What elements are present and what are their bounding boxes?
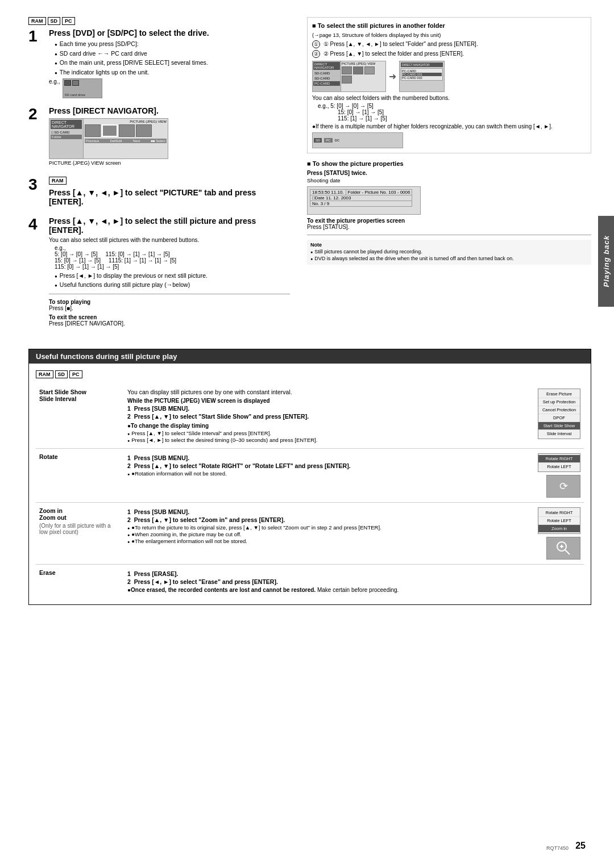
badge-pc: PC <box>62 17 75 25</box>
exit-screen-text: Press [DIRECT NAVIGATOR]. <box>49 320 290 327</box>
side-tab: Playing back <box>598 216 614 307</box>
useful-row-3: Zoom in Zoom out (Only for a still pictu… <box>36 503 584 565</box>
func-4-bullet: ●Once erased, the recorded contents are … <box>127 587 580 593</box>
props-title: ■ To show the picture properties <box>307 160 591 167</box>
props-sub: Shooting date <box>307 177 591 183</box>
props-table: 18:53:50 11.10. Folder - Picture No. 103… <box>310 189 412 207</box>
fn-thumb-1 <box>342 66 352 74</box>
func-desc-2: 1 Press [SUB MENU]. 2 Press [▲, ▼] to se… <box>124 449 534 503</box>
func-1-change-step2: Press [◄, ►] to select the desired timin… <box>127 437 531 443</box>
func-3-bullet-2: ●When zooming in, the picture may be cut… <box>127 531 531 537</box>
menu-item-protect: Set up Protection <box>538 398 580 406</box>
menu-item-3-rotate-right: Rotate RIGHT <box>538 509 580 517</box>
step-4-content: Press [▲, ▼, ◄, ►] to select the still p… <box>49 216 290 327</box>
folder-nav-right: PICTURE (JPEG) VIEW <box>341 61 385 91</box>
zoom-svg <box>555 540 572 557</box>
badge-ram: RAM <box>28 17 46 25</box>
step-3-badge: RAM <box>49 177 67 185</box>
nav-thumb-1 <box>85 124 101 137</box>
circle-2: ② <box>312 50 320 58</box>
func-4-step2: 2 Press [◄, ►] to select "Erase" and pre… <box>127 578 580 585</box>
func-screen-1: Erase Picture Set up Protection Cancel P… <box>534 384 584 449</box>
step-1-block: 1 Press [DVD] or [SD/PC] to select the d… <box>28 28 290 98</box>
nav-next: Next <box>133 139 140 143</box>
step-3-block: 3 RAM Press [▲, ▼, ◄, ►] to select "PICT… <box>28 177 290 208</box>
nav-delete: Del/Edit <box>110 139 122 143</box>
step-1-bullets: Each time you press [SD/PC]: SD card dri… <box>49 40 290 77</box>
useful-table: Start Slide Show Slide Interval You can … <box>36 384 584 598</box>
props-display: 18:53:50 11.10. Folder - Picture No. 103… <box>307 186 421 215</box>
exit-screen-title: To exit the screen <box>49 314 290 320</box>
folder-ex1: 5: [0] → [0] → [5] <box>330 103 374 109</box>
menu-popup-3: Rotate RIGHT Rotate LEFT Zoom in <box>538 507 580 534</box>
func-name-3: Zoom in Zoom out (Only for a still pictu… <box>36 503 124 565</box>
func-screen-3: Rotate RIGHT Rotate LEFT Zoom in <box>534 503 584 565</box>
props-date: □Date 11. 12. 2003 <box>310 195 412 201</box>
props-exit-text: Press [STATUS]. <box>307 224 591 230</box>
folder-title: ■ To select the still pictures in anothe… <box>312 22 586 29</box>
props-folder: Folder - Picture No. 103 - 0006 <box>346 190 412 195</box>
ss-row3: PC-CARD 002 <box>402 76 442 80</box>
circle-1: ① <box>312 40 320 48</box>
ex5: 1115: [1] → [1] → [1] → [5] <box>109 257 176 264</box>
top-section: RAM SD PC 1 Press [DVD] or [SD/PC] to se… <box>28 17 591 335</box>
step-3-number: 3 <box>28 177 38 193</box>
step-4-bullets: Press [◄, ►] to display the previous or … <box>49 272 290 289</box>
step-1-bullet-2: SD card drive ←→ PC card drive <box>55 49 290 58</box>
func-2-step1: 1 Press [SUB MENU]. <box>127 454 531 461</box>
nav-thumb-4 <box>136 124 152 137</box>
bsm-label3: DC <box>335 139 340 142</box>
menu-item-rotate-left: Rotate LEFT <box>538 463 580 470</box>
note-title: Note <box>310 242 588 248</box>
step-4-examples: e.g., 5: [0] → [0] → [5] 115: [0] → [1] … <box>55 245 290 270</box>
menu-item-erase: Erase Picture <box>538 390 580 398</box>
nav-thumb-2 <box>102 124 118 137</box>
folder-nav-screen: DIRECT NAVIGATOR SD-CARD SD-CARD PC-CARD… <box>312 61 386 92</box>
fn-thumb-3 <box>364 66 375 74</box>
func-desc-1: You can display still pictures one by on… <box>124 384 534 449</box>
step-4-number: 4 <box>28 216 38 232</box>
stop-playing: To stop playing Press [■]. <box>49 299 290 311</box>
menu-popup-1: Erase Picture Set up Protection Cancel P… <box>538 389 580 439</box>
func-3-bullet-1: ●To return the picture to its original s… <box>127 524 531 531</box>
screen-label: PICTURE (JPEG) VIEW screen <box>49 160 290 166</box>
func-name-2: Rotate <box>36 449 124 503</box>
func-desc-4: 1 Press [ERASE]. 2 Press [◄, ►] to selec… <box>124 565 584 598</box>
useful-section: Useful functions during still picture pl… <box>28 349 591 605</box>
step-2-title: Press [DIRECT NAVIGATOR]. <box>49 106 290 115</box>
step-1-bullet-1: Each time you press [SD/PC]: <box>55 40 290 48</box>
folder-desc: (→page 13, Structure of folders displaye… <box>312 32 586 38</box>
useful-badge-pc: PC <box>69 370 82 378</box>
func-name-3-sub: (Only for a still picture with a low pix… <box>39 523 121 535</box>
step-1-bullet-3: On the main unit, press [DRIVE SELECT] s… <box>55 59 290 67</box>
nav-folder-tab: Folder <box>51 135 82 139</box>
folder-ex2: 15: [0] → [1] → [5] <box>338 109 384 115</box>
page-wrapper: Playing back RAM SD PC 1 Press [DVD] or … <box>0 0 614 868</box>
func-1-step2: 2 Press [▲, ▼] to select "Start Slide Sh… <box>127 413 531 420</box>
useful-badge-sd: SD <box>55 370 68 378</box>
menu-item-interval: Slide Interval <box>538 430 580 437</box>
eg-label: e.g., <box>55 245 65 251</box>
fn-right-label: PICTURE (JPEG) VIEW <box>342 62 385 65</box>
ex2: 15: [0] → [1] → [5] <box>55 257 101 264</box>
useful-badge-ram: RAM <box>36 370 53 378</box>
ex1: 5: [0] → [0] → [5] <box>55 251 98 257</box>
sd-label-text: SD card drive <box>64 93 101 97</box>
step-1-eg-value: SD card drive <box>63 78 102 98</box>
folder-section: ■ To select the still pictures in anothe… <box>307 17 591 153</box>
func-3-step2: 2 Press [▲, ▼] to select "Zoom in" and p… <box>127 516 531 523</box>
folder-screen-area: DIRECT NAVIGATOR SD-CARD SD-CARD PC-CARD… <box>312 61 586 92</box>
step-4-bullet-2: Useful functions during still picture pl… <box>55 281 290 289</box>
props-exit-section: To exit the picture properties screen Pr… <box>307 218 591 230</box>
sd-card-screen: SD card drive <box>63 78 102 98</box>
folder-eg-label: e.g., <box>318 103 329 109</box>
step-3-title: Press [▲, ▼, ◄, ►] to select "PICTURE" t… <box>49 188 290 206</box>
useful-row-4: Erase 1 Press [ERASE]. 2 Press [◄, ►] to… <box>36 565 584 598</box>
func-name-4: Erase <box>36 565 124 598</box>
small-folder-screen: DIRECT NAVIGATOR PC-CARD PC-CARD 001 PC-… <box>399 61 445 92</box>
folder-ex3: 115: [1] → [1] → [5] <box>338 115 387 122</box>
useful-row-2: Rotate 1 Press [SUB MENU]. 2 Press [▲, ▼… <box>36 449 584 503</box>
func-4-step1: 1 Press [ERASE]. <box>127 570 580 577</box>
step-4-block: 4 Press [▲, ▼, ◄, ►] to select the still… <box>28 216 290 327</box>
folder-note: You can also select folders with the num… <box>312 95 586 101</box>
